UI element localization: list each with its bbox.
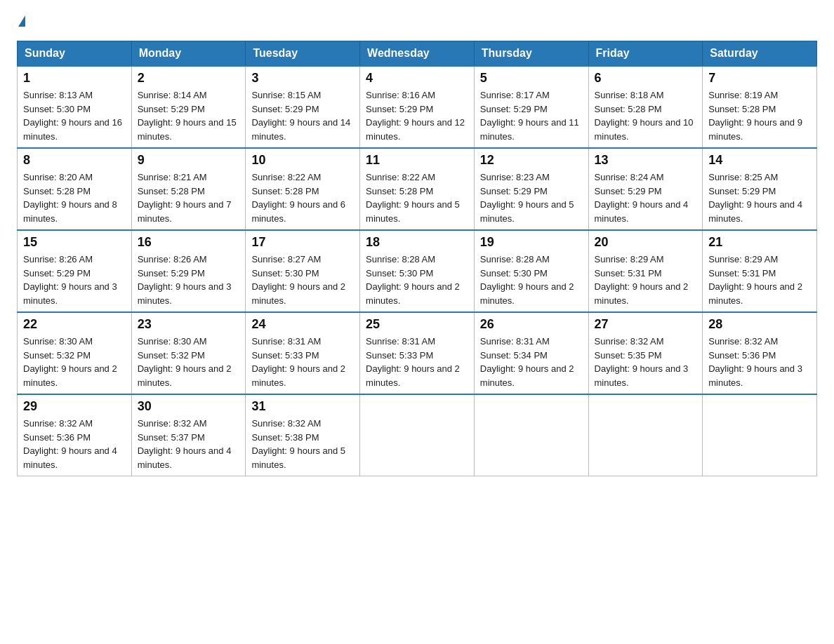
day-number: 17 bbox=[251, 235, 354, 250]
day-number: 6 bbox=[595, 71, 697, 86]
day-number: 28 bbox=[708, 317, 811, 332]
day-number: 7 bbox=[708, 71, 811, 86]
day-number: 11 bbox=[366, 153, 468, 168]
day-info: Sunrise: 8:22 AM Sunset: 5:28 PM Dayligh… bbox=[251, 170, 354, 225]
calendar-cell: 14 Sunrise: 8:25 AM Sunset: 5:29 PM Dayl… bbox=[703, 148, 817, 230]
day-number: 20 bbox=[595, 235, 697, 250]
day-info: Sunrise: 8:25 AM Sunset: 5:29 PM Dayligh… bbox=[708, 170, 811, 225]
day-info: Sunrise: 8:30 AM Sunset: 5:32 PM Dayligh… bbox=[23, 335, 126, 389]
calendar-header-row: Sunday Monday Tuesday Wednesday Thursday… bbox=[18, 41, 817, 67]
day-info: Sunrise: 8:28 AM Sunset: 5:30 PM Dayligh… bbox=[480, 253, 583, 307]
header-thursday: Thursday bbox=[474, 41, 588, 67]
day-number: 27 bbox=[595, 317, 697, 332]
day-number: 13 bbox=[595, 153, 697, 168]
day-info: Sunrise: 8:31 AM Sunset: 5:33 PM Dayligh… bbox=[251, 335, 354, 389]
day-number: 4 bbox=[366, 71, 468, 86]
header-monday: Monday bbox=[131, 41, 246, 67]
day-number: 14 bbox=[708, 153, 811, 168]
logo-triangle-icon bbox=[18, 15, 25, 27]
logo bbox=[17, 17, 27, 28]
calendar-cell: 30 Sunrise: 8:32 AM Sunset: 5:37 PM Dayl… bbox=[131, 394, 246, 476]
week-row-4: 22 Sunrise: 8:30 AM Sunset: 5:32 PM Dayl… bbox=[18, 312, 817, 394]
day-number: 5 bbox=[480, 71, 583, 86]
day-info: Sunrise: 8:32 AM Sunset: 5:38 PM Dayligh… bbox=[251, 417, 354, 471]
day-info: Sunrise: 8:32 AM Sunset: 5:37 PM Dayligh… bbox=[138, 417, 240, 471]
day-number: 24 bbox=[251, 317, 354, 332]
calendar-cell: 18 Sunrise: 8:28 AM Sunset: 5:30 PM Dayl… bbox=[360, 230, 475, 312]
week-row-3: 15 Sunrise: 8:26 AM Sunset: 5:29 PM Dayl… bbox=[18, 230, 817, 312]
header-wednesday: Wednesday bbox=[360, 41, 475, 67]
day-number: 10 bbox=[251, 153, 354, 168]
calendar-cell: 8 Sunrise: 8:20 AM Sunset: 5:28 PM Dayli… bbox=[18, 148, 132, 230]
calendar-cell: 26 Sunrise: 8:31 AM Sunset: 5:34 PM Dayl… bbox=[474, 312, 588, 394]
day-number: 25 bbox=[366, 317, 468, 332]
day-info: Sunrise: 8:29 AM Sunset: 5:31 PM Dayligh… bbox=[595, 253, 697, 307]
day-info: Sunrise: 8:21 AM Sunset: 5:28 PM Dayligh… bbox=[138, 170, 240, 225]
calendar-cell: 28 Sunrise: 8:32 AM Sunset: 5:36 PM Dayl… bbox=[703, 312, 817, 394]
calendar-cell bbox=[703, 394, 817, 476]
calendar-cell: 7 Sunrise: 8:19 AM Sunset: 5:28 PM Dayli… bbox=[703, 66, 817, 148]
day-info: Sunrise: 8:31 AM Sunset: 5:34 PM Dayligh… bbox=[480, 335, 583, 389]
calendar-cell: 29 Sunrise: 8:32 AM Sunset: 5:36 PM Dayl… bbox=[18, 394, 132, 476]
day-info: Sunrise: 8:13 AM Sunset: 5:30 PM Dayligh… bbox=[23, 88, 126, 143]
calendar-cell: 11 Sunrise: 8:22 AM Sunset: 5:28 PM Dayl… bbox=[360, 148, 475, 230]
day-info: Sunrise: 8:26 AM Sunset: 5:29 PM Dayligh… bbox=[23, 253, 126, 307]
calendar-cell: 9 Sunrise: 8:21 AM Sunset: 5:28 PM Dayli… bbox=[131, 148, 246, 230]
calendar-cell bbox=[360, 394, 475, 476]
calendar-cell: 27 Sunrise: 8:32 AM Sunset: 5:35 PM Dayl… bbox=[588, 312, 703, 394]
calendar-cell: 19 Sunrise: 8:28 AM Sunset: 5:30 PM Dayl… bbox=[474, 230, 588, 312]
day-info: Sunrise: 8:24 AM Sunset: 5:29 PM Dayligh… bbox=[595, 170, 697, 225]
day-info: Sunrise: 8:18 AM Sunset: 5:28 PM Dayligh… bbox=[595, 88, 697, 143]
day-info: Sunrise: 8:16 AM Sunset: 5:29 PM Dayligh… bbox=[366, 88, 468, 143]
calendar-cell: 13 Sunrise: 8:24 AM Sunset: 5:29 PM Dayl… bbox=[588, 148, 703, 230]
day-info: Sunrise: 8:20 AM Sunset: 5:28 PM Dayligh… bbox=[23, 170, 126, 225]
calendar-cell: 4 Sunrise: 8:16 AM Sunset: 5:29 PM Dayli… bbox=[360, 66, 475, 148]
calendar-cell: 12 Sunrise: 8:23 AM Sunset: 5:29 PM Dayl… bbox=[474, 148, 588, 230]
day-info: Sunrise: 8:22 AM Sunset: 5:28 PM Dayligh… bbox=[366, 170, 468, 225]
day-info: Sunrise: 8:17 AM Sunset: 5:29 PM Dayligh… bbox=[480, 88, 583, 143]
calendar-table: Sunday Monday Tuesday Wednesday Thursday… bbox=[17, 41, 817, 476]
day-info: Sunrise: 8:26 AM Sunset: 5:29 PM Dayligh… bbox=[138, 253, 240, 307]
calendar-cell: 22 Sunrise: 8:30 AM Sunset: 5:32 PM Dayl… bbox=[18, 312, 132, 394]
calendar-cell: 23 Sunrise: 8:30 AM Sunset: 5:32 PM Dayl… bbox=[131, 312, 246, 394]
calendar-cell: 17 Sunrise: 8:27 AM Sunset: 5:30 PM Dayl… bbox=[246, 230, 360, 312]
calendar-cell: 20 Sunrise: 8:29 AM Sunset: 5:31 PM Dayl… bbox=[588, 230, 703, 312]
day-number: 18 bbox=[366, 235, 468, 250]
calendar-cell: 16 Sunrise: 8:26 AM Sunset: 5:29 PM Dayl… bbox=[131, 230, 246, 312]
calendar-cell: 21 Sunrise: 8:29 AM Sunset: 5:31 PM Dayl… bbox=[703, 230, 817, 312]
header-saturday: Saturday bbox=[703, 41, 817, 67]
calendar-cell: 15 Sunrise: 8:26 AM Sunset: 5:29 PM Dayl… bbox=[18, 230, 132, 312]
header-sunday: Sunday bbox=[18, 41, 132, 67]
day-number: 8 bbox=[23, 153, 126, 168]
logo-blue-text bbox=[17, 17, 27, 28]
calendar-cell bbox=[474, 394, 588, 476]
day-info: Sunrise: 8:27 AM Sunset: 5:30 PM Dayligh… bbox=[251, 253, 354, 307]
day-info: Sunrise: 8:32 AM Sunset: 5:36 PM Dayligh… bbox=[23, 417, 126, 471]
week-row-2: 8 Sunrise: 8:20 AM Sunset: 5:28 PM Dayli… bbox=[18, 148, 817, 230]
day-info: Sunrise: 8:30 AM Sunset: 5:32 PM Dayligh… bbox=[138, 335, 240, 389]
day-info: Sunrise: 8:14 AM Sunset: 5:29 PM Dayligh… bbox=[138, 88, 240, 143]
calendar-cell: 3 Sunrise: 8:15 AM Sunset: 5:29 PM Dayli… bbox=[246, 66, 360, 148]
day-number: 15 bbox=[23, 235, 126, 250]
day-number: 23 bbox=[138, 317, 240, 332]
day-info: Sunrise: 8:19 AM Sunset: 5:28 PM Dayligh… bbox=[708, 88, 811, 143]
day-info: Sunrise: 8:32 AM Sunset: 5:36 PM Dayligh… bbox=[708, 335, 811, 389]
day-info: Sunrise: 8:28 AM Sunset: 5:30 PM Dayligh… bbox=[366, 253, 468, 307]
day-number: 16 bbox=[138, 235, 240, 250]
calendar-cell bbox=[588, 394, 703, 476]
day-info: Sunrise: 8:32 AM Sunset: 5:35 PM Dayligh… bbox=[595, 335, 697, 389]
day-number: 19 bbox=[480, 235, 583, 250]
day-number: 12 bbox=[480, 153, 583, 168]
calendar-cell: 10 Sunrise: 8:22 AM Sunset: 5:28 PM Dayl… bbox=[246, 148, 360, 230]
header-tuesday: Tuesday bbox=[246, 41, 360, 67]
day-number: 1 bbox=[23, 71, 126, 86]
calendar-cell: 24 Sunrise: 8:31 AM Sunset: 5:33 PM Dayl… bbox=[246, 312, 360, 394]
day-number: 26 bbox=[480, 317, 583, 332]
day-number: 29 bbox=[23, 399, 126, 414]
page-header bbox=[17, 17, 817, 28]
day-number: 3 bbox=[251, 71, 354, 86]
calendar-cell: 1 Sunrise: 8:13 AM Sunset: 5:30 PM Dayli… bbox=[18, 66, 132, 148]
day-number: 9 bbox=[138, 153, 240, 168]
week-row-1: 1 Sunrise: 8:13 AM Sunset: 5:30 PM Dayli… bbox=[18, 66, 817, 148]
day-info: Sunrise: 8:29 AM Sunset: 5:31 PM Dayligh… bbox=[708, 253, 811, 307]
